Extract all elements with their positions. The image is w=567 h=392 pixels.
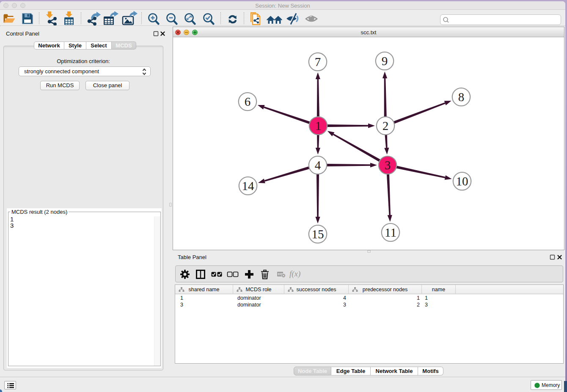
svg-text:2: 2 bbox=[383, 119, 389, 133]
svg-text:8: 8 bbox=[458, 90, 465, 104]
svg-text:7: 7 bbox=[315, 55, 321, 69]
svg-text:6: 6 bbox=[245, 95, 251, 108]
svg-text:14: 14 bbox=[242, 179, 255, 193]
svg-text:4: 4 bbox=[315, 158, 321, 172]
svg-text:15: 15 bbox=[312, 227, 324, 241]
svg-text:9: 9 bbox=[382, 54, 388, 68]
svg-text:3: 3 bbox=[385, 158, 391, 172]
svg-text:1: 1 bbox=[315, 119, 322, 133]
svg-text:11: 11 bbox=[385, 226, 396, 239]
svg-text:10: 10 bbox=[456, 174, 468, 188]
